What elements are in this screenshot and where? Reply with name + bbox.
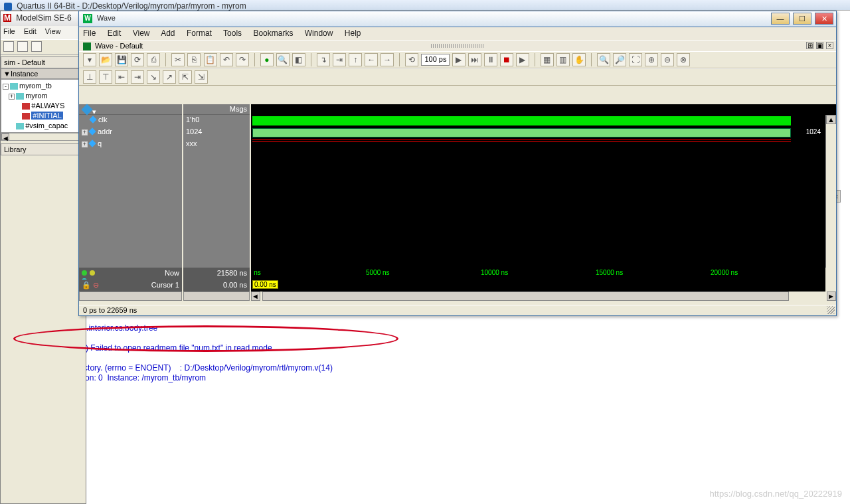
restart-icon[interactable]: ⟲ [405, 53, 418, 66]
scroll-right-icon[interactable]: ► [827, 292, 836, 301]
reload-icon[interactable]: ⟳ [131, 53, 144, 66]
waveform-vscroll[interactable]: ▲ [825, 115, 836, 268]
menu-file[interactable]: File [83, 29, 96, 38]
toggle-icon[interactable]: ◧ [292, 53, 305, 66]
dock-icon[interactable]: ⊞ [806, 42, 813, 49]
break-icon[interactable]: ⏸ [484, 53, 497, 66]
run-length-icon[interactable]: ▶ [452, 53, 466, 66]
prev-edge-icon[interactable]: ⇤ [115, 70, 128, 84]
redo-icon[interactable]: ↷ [236, 53, 249, 66]
wave-titlebar[interactable]: W Wave — ☐ ✕ [79, 11, 836, 27]
run-all-icon[interactable]: ⏭ [468, 53, 481, 66]
quartus-titlebar: Quartus II 64-Bit - D:/Desktop/Verilog/m… [0, 0, 850, 11]
stop-icon[interactable]: ⏹ [500, 53, 513, 66]
menu-add[interactable]: Add [161, 29, 175, 38]
menu-file[interactable]: File [3, 27, 15, 35]
tree-node[interactable]: #INITIAL [3, 111, 84, 121]
step-over-icon[interactable]: ↴ [317, 53, 330, 66]
cursor-add-icon[interactable]: ⊥ [83, 70, 96, 84]
menu-tools[interactable]: Tools [223, 29, 242, 38]
signal-row[interactable]: clk [79, 115, 182, 127]
val-hscroll[interactable] [183, 292, 250, 302]
tree-hscroll[interactable]: ◄ [1, 133, 86, 141]
menu-bookmarks[interactable]: Bookmarks [253, 29, 293, 38]
zoom-full-icon[interactable]: ⛶ [629, 53, 642, 66]
menu-edit[interactable]: Edit [108, 29, 122, 38]
undo-icon[interactable]: ↶ [220, 53, 233, 66]
minimize-button[interactable]: — [771, 13, 790, 25]
close-icon[interactable]: × [826, 42, 833, 49]
signal-row[interactable]: +q [79, 139, 182, 151]
tool-open-icon[interactable] [17, 41, 28, 52]
tool-save-icon[interactable] [31, 41, 42, 52]
signal-row[interactable]: +addr [79, 127, 182, 139]
time-ruler[interactable]: ns5000 ns10000 ns15000 ns20000 ns [251, 268, 825, 280]
library-panel-header[interactable]: Library × [1, 143, 86, 155]
waveform-canvas[interactable]: 1024 [251, 115, 825, 268]
zoom-range-icon[interactable]: ⊖ [661, 53, 674, 66]
print-icon[interactable]: ⎙ [147, 53, 160, 66]
tree-node[interactable]: +myrom [3, 91, 84, 101]
layout2-icon[interactable]: ▥ [556, 53, 570, 66]
copy-icon[interactable]: ⎘ [187, 53, 201, 66]
paste-icon[interactable]: 📋 [204, 53, 217, 66]
instance-tree[interactable]: -myrom_tb +myrom #ALWAYS #INITIAL #vsim_… [1, 79, 86, 133]
menu-format[interactable]: Format [187, 29, 212, 38]
resize-grip[interactable] [827, 306, 835, 314]
lock-icon[interactable]: 🔒 [82, 281, 91, 289]
run-icon[interactable]: ● [260, 53, 274, 66]
right-icon[interactable]: → [381, 53, 394, 66]
continue-icon[interactable]: ▶ [516, 53, 529, 66]
modelsim-menubar[interactable]: File Edit View [1, 26, 86, 39]
up-icon[interactable]: ↑ [349, 53, 362, 66]
maximize-button[interactable]: ☐ [793, 13, 811, 25]
tree-node[interactable]: #vsim_capac [3, 121, 84, 131]
value-header[interactable]: Msgs [183, 104, 250, 115]
cursor-marker[interactable]: 0.00 ns [252, 280, 278, 289]
cursor-del-icon[interactable]: ⊤ [99, 70, 112, 84]
next-falling-icon[interactable]: ↗ [163, 70, 176, 84]
cut-icon[interactable]: ✂ [171, 53, 185, 66]
next-edge-icon[interactable]: ⇥ [131, 70, 144, 84]
drag-handle[interactable] [431, 44, 484, 48]
time-input[interactable]: 100 ps [421, 54, 450, 66]
menu-edit[interactable]: Edit [24, 27, 37, 35]
tree-node[interactable]: #ALWAYS [3, 101, 84, 111]
save-icon[interactable]: 💾 [115, 53, 128, 66]
scroll-left-icon[interactable]: ◄ [1, 133, 9, 140]
zoom-in-icon[interactable]: 🔍 [597, 53, 610, 66]
wave-sub-header[interactable]: Wave - Default ⊞ ▣ × [79, 41, 836, 51]
wave-menubar[interactable]: File Edit View Add Format Tools Bookmark… [79, 27, 836, 41]
open-icon[interactable]: 📂 [99, 53, 112, 66]
step-into-icon[interactable]: ⇥ [333, 53, 346, 66]
cursor-line[interactable]: 0.00 ns [251, 280, 825, 292]
signal-header[interactable]: ▾ [79, 104, 182, 115]
new-icon[interactable]: ▾ [83, 53, 96, 66]
close-button[interactable]: ✕ [815, 13, 833, 25]
zoom-other-icon[interactable]: ⊗ [677, 53, 690, 66]
menu-view[interactable]: View [133, 29, 150, 38]
hand-icon[interactable]: ✋ [572, 53, 586, 66]
sig-hscroll[interactable] [79, 292, 182, 302]
scroll-left-icon[interactable]: ◄ [251, 292, 260, 301]
first-edge-icon[interactable]: ⇱ [179, 70, 192, 84]
zoom-cursor-icon[interactable]: ⊕ [645, 53, 658, 66]
tree-node[interactable]: -myrom_tb [3, 81, 84, 91]
waveform-hscroll[interactable]: ◄ ► [251, 292, 836, 302]
menu-view[interactable]: View [45, 27, 61, 35]
tool-new-icon[interactable] [3, 41, 14, 52]
left-icon[interactable]: ← [365, 53, 378, 66]
menu-help[interactable]: Help [345, 29, 361, 38]
undock-icon[interactable]: ▣ [816, 42, 823, 49]
menu-window[interactable]: Window [305, 29, 333, 38]
prev-falling-icon[interactable]: ↘ [147, 70, 160, 84]
modelsim-titlebar[interactable]: M ModelSim SE-6 [1, 11, 86, 26]
zoom-out-icon[interactable]: 🔎 [613, 53, 626, 66]
scroll-up-icon[interactable]: ▲ [826, 115, 836, 124]
find-icon[interactable]: 🔍 [276, 53, 290, 66]
layout-icon[interactable]: ▦ [541, 53, 554, 66]
cursor-del-icon[interactable]: ⊖ [93, 281, 99, 289]
instance-column-header[interactable]: ▼Instance [1, 68, 86, 79]
sim-panel-header[interactable]: sim - Default × [1, 56, 86, 68]
last-edge-icon[interactable]: ⇲ [195, 70, 208, 84]
